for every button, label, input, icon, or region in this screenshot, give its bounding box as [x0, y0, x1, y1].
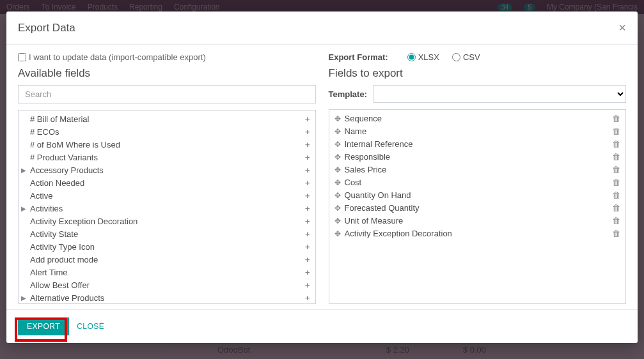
add-icon[interactable]: +: [305, 139, 310, 151]
format-label: Export Format:: [329, 52, 388, 62]
export-field-item[interactable]: ✥Activity Exception Decoration🗑: [329, 227, 626, 240]
export-field-item[interactable]: ✥Internal Reference🗑: [329, 138, 626, 151]
modal-title: Export Data: [18, 22, 75, 34]
available-fields-list[interactable]: # Bill of Material+# ECOs+# of BoM Where…: [18, 110, 316, 304]
export-modal: Export Data × I want to update data (imp…: [6, 11, 638, 343]
close-button[interactable]: CLOSE: [77, 322, 104, 331]
trash-icon[interactable]: 🗑: [612, 113, 620, 125]
modal-body: I want to update data (import-compatible…: [6, 44, 638, 309]
add-icon[interactable]: +: [305, 267, 310, 279]
trash-icon[interactable]: 🗑: [612, 139, 620, 150]
move-icon[interactable]: ✥: [334, 151, 341, 163]
available-field-item[interactable]: Action Needed+: [19, 177, 315, 190]
field-label: Add product mode: [30, 254, 305, 266]
field-label: Allow Best Offer: [30, 280, 305, 291]
move-icon[interactable]: ✥: [334, 164, 341, 176]
available-field-item[interactable]: Allow Best Offer+: [19, 279, 315, 292]
field-label: Alternative Products: [30, 293, 305, 304]
available-field-item[interactable]: # Product Variants+: [19, 151, 315, 164]
trash-icon[interactable]: 🗑: [612, 228, 620, 240]
trash-icon[interactable]: 🗑: [612, 190, 620, 201]
available-field-item[interactable]: # ECOs+: [19, 126, 315, 139]
field-label: Forecasted Quantity: [345, 202, 613, 214]
add-icon[interactable]: +: [305, 229, 310, 240]
template-select[interactable]: [373, 85, 626, 103]
available-field-item[interactable]: # of BoM Where is Used+: [19, 139, 315, 151]
available-field-item[interactable]: # Bill of Material+: [19, 113, 315, 126]
field-label: Quantity On Hand: [345, 190, 613, 201]
export-field-item[interactable]: ✥Responsible🗑: [329, 151, 626, 164]
field-label: Active: [30, 190, 305, 202]
add-icon[interactable]: +: [305, 293, 310, 304]
export-field-item[interactable]: ✥Sequence🗑: [329, 112, 626, 125]
field-label: Activity State: [30, 229, 305, 240]
field-label: Name: [345, 126, 613, 137]
available-field-item[interactable]: ▶Alternative Products+: [19, 292, 315, 304]
available-field-item[interactable]: Active+: [19, 190, 315, 202]
available-field-item[interactable]: Alert Time+: [19, 266, 315, 279]
field-label: # of BoM Where is Used: [30, 139, 305, 151]
search-input[interactable]: [18, 85, 316, 103]
move-icon[interactable]: ✥: [334, 126, 341, 137]
update-data-label: I want to update data (import-compatible…: [29, 52, 206, 62]
field-label: Sales Price: [345, 164, 613, 176]
available-field-item[interactable]: Activity State+: [19, 228, 315, 241]
add-icon[interactable]: +: [305, 152, 310, 164]
field-label: Activity Type Icon: [30, 241, 305, 253]
export-field-item[interactable]: ✥Quantity On Hand🗑: [329, 189, 626, 202]
move-icon[interactable]: ✥: [334, 202, 341, 214]
add-icon[interactable]: +: [305, 216, 310, 227]
trash-icon[interactable]: 🗑: [612, 215, 620, 227]
field-label: Alert Time: [30, 267, 305, 279]
add-icon[interactable]: +: [305, 280, 310, 291]
available-field-item[interactable]: ▶Activities+: [19, 202, 315, 215]
available-field-item[interactable]: Activity Exception Decoration+: [19, 215, 315, 228]
move-icon[interactable]: ✥: [334, 215, 341, 227]
add-icon[interactable]: +: [305, 203, 310, 215]
add-icon[interactable]: +: [305, 241, 310, 253]
available-field-item[interactable]: Add product mode+: [19, 254, 315, 266]
field-label: Unit of Measure: [345, 215, 613, 227]
expand-icon[interactable]: ▶: [21, 165, 30, 176]
add-icon[interactable]: +: [305, 178, 310, 189]
move-icon[interactable]: ✥: [334, 190, 341, 201]
trash-icon[interactable]: 🗑: [612, 202, 620, 214]
export-field-item[interactable]: ✥Cost🗑: [329, 176, 626, 189]
trash-icon[interactable]: 🗑: [612, 151, 620, 163]
move-icon[interactable]: ✥: [334, 177, 341, 188]
available-fields-heading: Available fields: [18, 67, 316, 80]
field-label: Sequence: [345, 113, 613, 125]
export-button[interactable]: EXPORT: [18, 317, 69, 335]
add-icon[interactable]: +: [305, 126, 310, 138]
field-label: Internal Reference: [345, 139, 613, 150]
update-data-checkbox-row[interactable]: I want to update data (import-compatible…: [18, 52, 316, 62]
field-label: Activities: [30, 203, 305, 215]
export-field-item[interactable]: ✥Forecasted Quantity🗑: [329, 202, 626, 215]
trash-icon[interactable]: 🗑: [612, 164, 620, 176]
export-field-item[interactable]: ✥Sales Price🗑: [329, 164, 626, 176]
template-row: Template:: [329, 85, 627, 103]
expand-icon[interactable]: ▶: [21, 293, 30, 304]
add-icon[interactable]: +: [305, 114, 310, 125]
add-icon[interactable]: +: [305, 165, 310, 176]
update-data-checkbox[interactable]: [18, 53, 26, 61]
close-icon[interactable]: ×: [618, 20, 626, 35]
available-field-item[interactable]: ▶Accessory Products+: [19, 164, 315, 177]
available-field-item[interactable]: Activity Type Icon+: [19, 241, 315, 254]
add-icon[interactable]: +: [305, 190, 310, 202]
field-label: Action Needed: [30, 178, 305, 189]
add-icon[interactable]: +: [305, 254, 310, 266]
xlsx-radio[interactable]: [407, 53, 416, 61]
export-field-item[interactable]: ✥Unit of Measure🗑: [329, 215, 626, 227]
export-field-item[interactable]: ✥Name🗑: [329, 125, 626, 138]
trash-icon[interactable]: 🗑: [612, 126, 620, 137]
move-icon[interactable]: ✥: [334, 113, 341, 125]
export-fields-list[interactable]: ✥Sequence🗑✥Name🗑✥Internal Reference🗑✥Res…: [329, 109, 627, 304]
move-icon[interactable]: ✥: [334, 139, 341, 150]
csv-radio[interactable]: [452, 53, 460, 61]
format-xlsx-option[interactable]: XLSX: [407, 52, 439, 62]
move-icon[interactable]: ✥: [334, 228, 341, 240]
trash-icon[interactable]: 🗑: [612, 177, 620, 188]
expand-icon[interactable]: ▶: [21, 203, 30, 215]
format-csv-option[interactable]: CSV: [452, 52, 480, 62]
